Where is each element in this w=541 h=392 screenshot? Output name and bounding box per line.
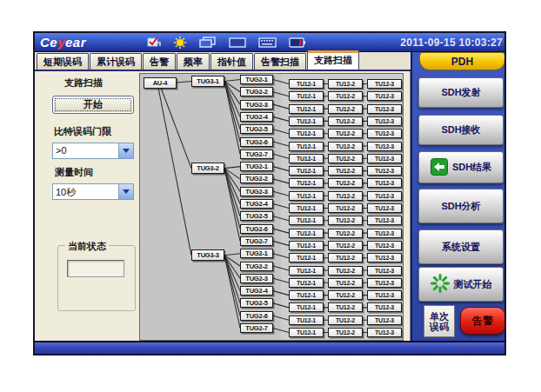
brightness-icon[interactable] [173, 37, 187, 49]
tree-node[interactable]: TUG3-2 [191, 163, 224, 174]
tree-node[interactable]: TUG2-6 [240, 311, 273, 321]
tree-node[interactable]: TU12-1 [289, 302, 324, 312]
tree-node[interactable]: TU12-3 [367, 216, 402, 225]
tree-node[interactable]: TU12-1 [289, 316, 324, 325]
tree-node[interactable]: TUG2-3 [240, 274, 273, 283]
tree-node[interactable]: TU12-1 [289, 191, 324, 201]
tree-node[interactable]: TUG2-7 [240, 323, 273, 333]
tree-node[interactable]: TU12-2 [328, 241, 363, 250]
tree-node[interactable]: TU12-3 [367, 328, 402, 337]
tree-node[interactable]: TU12-2 [328, 79, 363, 89]
start-button[interactable]: 开始 [52, 96, 134, 114]
nav-button-4[interactable]: SDH分析 [418, 189, 504, 223]
tree-node[interactable]: TU12-2 [328, 203, 363, 213]
tree-node[interactable]: TU12-1 [289, 290, 324, 300]
tree-node[interactable]: TUG2-1 [240, 75, 273, 84]
tree-node[interactable]: TU12-3 [367, 166, 402, 176]
tree-node[interactable]: TU12-1 [289, 266, 324, 276]
single-error-button[interactable]: 单次 误码 [424, 305, 455, 337]
tree-node[interactable]: AU-4 [144, 77, 177, 89]
tree-node[interactable]: TU12-3 [367, 178, 402, 188]
tree-node[interactable]: TU12-1 [289, 166, 324, 176]
tree-node[interactable]: TUG2-5 [240, 298, 273, 308]
tab-4[interactable]: 频率 [177, 53, 210, 70]
tree-node[interactable]: TUG2-6 [240, 224, 273, 234]
tree-node[interactable]: TU12-2 [328, 166, 363, 176]
tree-node[interactable]: TU12-1 [289, 229, 324, 238]
tree-node[interactable]: TU12-3 [367, 253, 402, 262]
measure-time-dropdown[interactable]: 10秒 [52, 183, 134, 200]
tree-node[interactable]: TU12-3 [367, 191, 402, 201]
tree-node[interactable]: TU12-1 [289, 216, 324, 225]
tree-node[interactable]: TU12-3 [367, 203, 402, 213]
pdh-button[interactable]: PDH [419, 52, 505, 70]
tree-node[interactable]: TU12-3 [367, 79, 402, 89]
tree-node[interactable]: TUG2-3 [240, 100, 273, 110]
tree-node[interactable]: TU12-2 [328, 142, 363, 151]
tree-node[interactable]: TU12-1 [289, 203, 324, 213]
tree-node[interactable]: TU12-2 [328, 191, 363, 201]
tree-node[interactable]: TUG2-5 [240, 211, 273, 221]
tree-node[interactable]: TUG2-7 [240, 149, 273, 159]
tree-node[interactable]: TU12-3 [367, 290, 402, 300]
tab-2[interactable]: 累计误码 [90, 53, 142, 70]
tree-node[interactable]: TUG2-4 [240, 199, 273, 209]
threshold-dropdown-arrow-icon[interactable] [118, 143, 133, 158]
tree-node[interactable]: TUG2-7 [240, 236, 273, 246]
tree-node[interactable]: TU12-3 [367, 316, 402, 325]
tree-node[interactable]: TU12-3 [367, 142, 402, 151]
tree-node[interactable]: TU12-3 [367, 278, 402, 288]
tree-node[interactable]: TU12-1 [289, 328, 324, 337]
tree-node[interactable]: TU12-1 [289, 178, 324, 188]
tab-6[interactable]: 告警扫描 [254, 53, 306, 70]
tree-node[interactable]: TUG2-1 [240, 249, 273, 258]
tree-node[interactable]: TU12-2 [328, 154, 363, 163]
tree-node[interactable]: TUG3-3 [191, 249, 224, 261]
tree-node[interactable]: TU12-1 [289, 241, 324, 250]
task-check-icon[interactable] [147, 37, 161, 48]
nav-button-5[interactable]: 系统设置 [418, 229, 504, 264]
tree-node[interactable]: TU12-1 [289, 129, 324, 138]
tab-1[interactable]: 短期误码 [37, 53, 89, 70]
tab-3[interactable]: 告警 [143, 53, 176, 70]
nav-button-2[interactable]: SDH接收 [418, 115, 504, 145]
tree-node[interactable]: TUG2-5 [240, 124, 273, 134]
nav-button-3[interactable]: SDH结果 [418, 151, 504, 183]
nav-button-1[interactable]: SDH发射 [418, 77, 504, 108]
tree-node[interactable]: TU12-3 [367, 154, 402, 163]
tree-node[interactable]: TUG2-4 [240, 286, 273, 296]
threshold-dropdown[interactable]: >0 [52, 143, 134, 159]
tree-node[interactable]: TU12-3 [367, 129, 402, 138]
tree-node[interactable]: TU12-1 [289, 116, 324, 126]
tree-node[interactable]: TUG2-2 [240, 174, 273, 183]
tree-node[interactable]: TU12-1 [289, 91, 324, 101]
tree-node[interactable]: TUG2-3 [240, 187, 273, 196]
keyboard-icon[interactable] [258, 37, 277, 48]
tree-node[interactable]: TU12-1 [289, 79, 324, 89]
tree-node[interactable]: TU12-1 [289, 278, 324, 288]
tree-node[interactable]: TU12-2 [328, 116, 363, 126]
alarm-button[interactable]: 告警 [460, 307, 505, 335]
tab-5[interactable]: 指针值 [210, 53, 253, 70]
tree-node[interactable]: TU12-2 [328, 178, 363, 188]
tree-node[interactable]: TU12-3 [367, 241, 402, 250]
tree-node[interactable]: TU12-3 [367, 104, 402, 114]
tree-node[interactable]: TU12-2 [328, 302, 363, 312]
tree-node[interactable]: TU12-2 [328, 229, 363, 238]
nav-button-6[interactable]: 测试开始 [418, 267, 504, 302]
tree-node[interactable]: TU12-3 [367, 302, 402, 312]
tree-node[interactable]: TU12-2 [328, 278, 363, 288]
tree-node[interactable]: TU12-3 [367, 266, 402, 276]
tab-7[interactable]: 支路扫描 [307, 50, 359, 70]
tree-node[interactable]: TUG2-2 [240, 262, 273, 271]
cascade-windows-icon[interactable] [199, 37, 217, 48]
tree-node[interactable]: TUG2-1 [240, 162, 273, 171]
tree-node[interactable]: TU12-2 [328, 91, 363, 101]
tree-node[interactable]: TUG3-1 [191, 76, 224, 87]
measure-time-dropdown-arrow-icon[interactable] [118, 184, 133, 199]
tree-node[interactable]: TU12-2 [328, 316, 363, 325]
tree-node[interactable]: TU12-3 [367, 229, 402, 238]
tree-node[interactable]: TU12-1 [289, 253, 324, 262]
screen-icon[interactable] [229, 37, 246, 48]
tree-node[interactable]: TU12-2 [328, 266, 363, 276]
